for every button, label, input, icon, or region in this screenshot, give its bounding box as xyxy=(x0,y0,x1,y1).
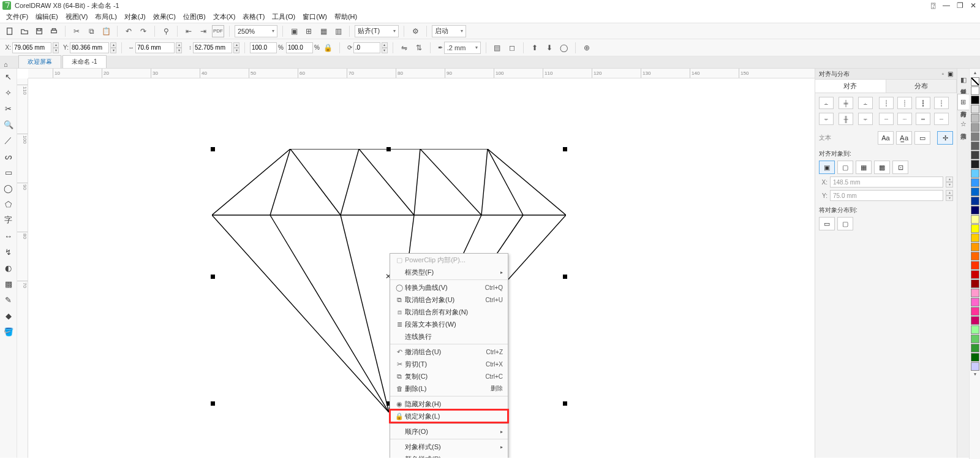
swatch[interactable] xyxy=(971,169,979,178)
swatch[interactable] xyxy=(971,123,979,132)
ctx-to-curves[interactable]: ◯转换为曲线(V)Ctrl+Q xyxy=(390,281,508,294)
ctx-lock[interactable]: 🔒锁定对象(L) xyxy=(390,410,508,422)
redo-button[interactable]: ↷ xyxy=(137,25,149,37)
text-bounding-btn[interactable]: ▭ xyxy=(914,131,930,145)
swatch[interactable] xyxy=(971,344,979,352)
dist-space-v[interactable]: ┅ xyxy=(916,113,930,125)
shape-tool[interactable]: ✧ xyxy=(2,86,15,99)
swatch[interactable] xyxy=(971,160,979,169)
target-page-edge[interactable]: ▢ xyxy=(837,161,853,174)
swatch[interactable] xyxy=(971,86,979,95)
quick-customize-button[interactable]: ⊕ xyxy=(581,42,593,54)
pos-x-field[interactable]: X:▴▾ xyxy=(4,42,59,53)
handle-bl[interactable] xyxy=(211,401,215,406)
swatch[interactable] xyxy=(971,114,979,123)
text-first-line-btn[interactable]: A̲a xyxy=(896,131,912,145)
artistic-media-tool[interactable]: ᔕ xyxy=(2,150,15,163)
tab-doc1[interactable]: 未命名 -1 xyxy=(62,55,107,68)
show-rulers-button[interactable]: ⊞ xyxy=(303,25,315,37)
ruler-horizontal[interactable]: 102030405060708090100110120130140150 xyxy=(28,69,815,78)
export-button[interactable]: ⇥ xyxy=(197,25,209,37)
swatch[interactable] xyxy=(971,353,979,362)
eyedropper-tool[interactable]: ✎ xyxy=(2,293,15,306)
ctx-cut[interactable]: ✂剪切(T)Ctrl+X xyxy=(390,358,508,370)
ctx-obj-style[interactable]: 对象样式(S)▸ xyxy=(390,441,508,453)
new-doc-button[interactable] xyxy=(4,25,16,37)
swatch[interactable] xyxy=(971,215,979,224)
fullscreen-button[interactable]: ▣ xyxy=(288,25,300,37)
crop-tool[interactable]: ✂ xyxy=(2,102,15,115)
transparency-tool[interactable]: ▩ xyxy=(2,277,15,290)
mirror-h-button[interactable]: ⇋ xyxy=(398,42,410,54)
align-left[interactable]: ⫠ xyxy=(819,97,834,109)
target-page-center[interactable]: ▦ xyxy=(856,161,872,174)
ctx-ungroup-all[interactable]: ⧈取消组合所有对象(N) xyxy=(390,306,508,318)
dist-right[interactable]: ┆ xyxy=(934,97,949,109)
handle-tm[interactable] xyxy=(386,147,391,151)
text-baseline-btn[interactable]: Aa xyxy=(878,131,894,145)
swatch[interactable] xyxy=(971,233,979,242)
align-top[interactable]: ⫟ xyxy=(819,113,834,125)
menu-object[interactable]: 对象(J) xyxy=(121,11,149,23)
rotation-field[interactable]: ⟳▴▾ xyxy=(345,42,388,53)
smart-fill-tool[interactable]: 🪣 xyxy=(2,325,15,338)
paste-button[interactable]: 📋 xyxy=(100,25,112,37)
target-active-objects[interactable]: ▣ xyxy=(819,161,835,174)
import-button[interactable]: ⇤ xyxy=(183,25,195,37)
rectangle-tool[interactable]: ▭ xyxy=(2,165,15,179)
dist-space-h[interactable]: ┇ xyxy=(916,97,930,109)
align-bottom[interactable]: ⫟ xyxy=(858,113,873,125)
launch-select[interactable]: 启动 xyxy=(432,25,466,37)
target-point[interactable]: ⊡ xyxy=(892,161,908,174)
lock-ratio-button[interactable]: 🔒 xyxy=(322,42,334,54)
handle-mr[interactable] xyxy=(563,275,567,279)
scale-x-field[interactable]: % xyxy=(250,42,284,53)
swatch[interactable] xyxy=(971,289,979,297)
show-grid-button[interactable]: ▦ xyxy=(317,25,330,37)
dist-target-selection[interactable]: ▭ xyxy=(819,217,835,230)
target-grid[interactable]: ▩ xyxy=(874,161,890,174)
swatch[interactable] xyxy=(971,307,979,316)
ctx-line-wrap[interactable]: 连线换行 xyxy=(390,330,508,343)
close-button[interactable]: ✕ xyxy=(969,1,978,10)
drop-shadow-tool[interactable]: ◐ xyxy=(2,261,15,275)
align-right[interactable]: ⫠ xyxy=(858,97,873,109)
swatch[interactable] xyxy=(971,362,979,371)
zoom-tool[interactable]: 🔍 xyxy=(2,118,15,131)
mirror-v-button[interactable]: ⇅ xyxy=(413,42,425,54)
align-y-field[interactable] xyxy=(830,190,943,201)
ctx-ungroup[interactable]: ⧉取消组合对象(U)Ctrl+U xyxy=(390,294,508,306)
swatch[interactable] xyxy=(971,252,979,260)
undo-button[interactable]: ↶ xyxy=(123,25,135,37)
home-icon[interactable]: ⌂ xyxy=(4,61,8,68)
help-icon[interactable]: ⍰ xyxy=(929,1,937,10)
tab-welcome[interactable]: 欢迎屏幕 xyxy=(18,55,61,68)
ctx-frame-type[interactable]: 框类型(F)▸ xyxy=(390,266,508,278)
powerclip-button[interactable]: ◻ xyxy=(506,42,518,54)
palette-down-arrow[interactable]: ▾ xyxy=(971,371,979,379)
align-center-h[interactable]: ╪ xyxy=(839,97,853,109)
ctx-undo-group[interactable]: ↶撤消组合(U)Ctrl+Z xyxy=(390,346,508,358)
width-field[interactable]: ↔▴▾ xyxy=(127,42,182,53)
swatch[interactable] xyxy=(971,279,979,288)
scale-y-field[interactable]: % xyxy=(286,42,320,53)
handle-tl[interactable] xyxy=(211,147,215,151)
menu-edit[interactable]: 编辑(E) xyxy=(32,11,62,23)
ruler-vertical[interactable]: 110100908070 xyxy=(17,78,28,458)
connector-tool[interactable]: ↯ xyxy=(2,245,15,259)
search-button[interactable]: ⚲ xyxy=(160,25,172,37)
dist-center-h[interactable]: ┊ xyxy=(897,97,912,109)
pos-y-field[interactable]: Y:▴▾ xyxy=(61,42,116,53)
polygon-tool[interactable]: ⬠ xyxy=(2,197,15,211)
palette-up-arrow[interactable]: ▴ xyxy=(971,70,979,77)
to-back-button[interactable]: ⬇ xyxy=(543,42,556,54)
swatch[interactable] xyxy=(971,325,979,334)
align-center-v[interactable]: ╫ xyxy=(839,113,853,125)
ctx-color-style[interactable]: 颜色样式(R)▸ xyxy=(390,453,508,458)
dist-bottom[interactable]: ┄ xyxy=(934,113,949,125)
ctx-para-wrap[interactable]: ≣段落文本换行(W) xyxy=(390,318,508,330)
pdf-button[interactable]: PDF xyxy=(212,25,224,37)
swatch[interactable] xyxy=(971,224,979,233)
wrap-text-button[interactable]: ▤ xyxy=(491,42,503,54)
menu-effects[interactable]: 效果(C) xyxy=(149,11,179,23)
